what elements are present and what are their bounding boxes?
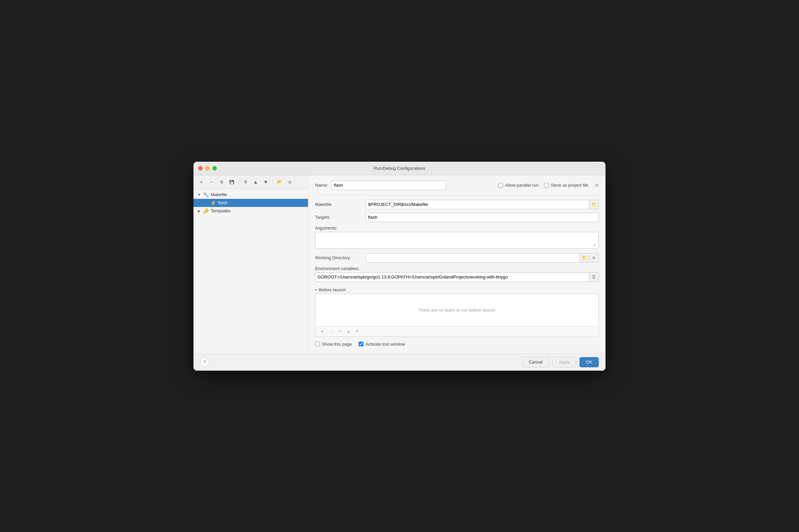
allow-parallel-group[interactable]: Allow parallel run xyxy=(499,183,539,188)
name-group: Name: xyxy=(315,180,446,190)
makefile-expand-icon: ▼ xyxy=(197,193,202,196)
env-vars-input[interactable] xyxy=(315,272,589,282)
targets-label: Targets xyxy=(315,215,363,220)
dialog-body: + − ⧉ 💾 ⚙ ▲ ▼ 📂 ≎ ▼ 🔧 Makefile xyxy=(193,175,606,354)
tree-item-makefile[interactable]: ▼ 🔧 Makefile xyxy=(193,191,308,199)
templates-icon: 🔑 xyxy=(203,208,209,214)
title-bar: Run/Debug Configurations xyxy=(193,162,606,175)
makefile-label: Makefile xyxy=(211,192,227,197)
show-this-page-group[interactable]: Show this page xyxy=(315,342,352,347)
before-launch-empty-msg: There are no tasks to run before launch xyxy=(315,294,598,326)
save-config-button[interactable]: 💾 xyxy=(227,178,236,186)
dialog-title: Run/Debug Configurations xyxy=(373,166,425,171)
env-vars-edit-button[interactable]: ☰ xyxy=(589,272,599,282)
footer-left: ? xyxy=(200,358,209,366)
arguments-textarea[interactable] xyxy=(315,232,599,249)
bl-down-button[interactable]: ▼ xyxy=(353,328,361,335)
name-input[interactable] xyxy=(331,180,446,190)
makefile-input[interactable] xyxy=(366,200,589,209)
divider-1 xyxy=(315,195,599,195)
right-panel: Name: Allow parallel run Store as projec… xyxy=(308,175,606,354)
wrench-button[interactable]: ⚙ xyxy=(241,178,250,186)
flash-icon: ⚡ xyxy=(210,200,216,206)
move-into-button[interactable]: 📂 xyxy=(275,178,284,186)
before-launch-section: ▾ Before launch There are no tasks to ru… xyxy=(315,285,599,337)
move-down-button[interactable]: ▼ xyxy=(261,178,270,186)
footer-right: Cancel Apply OK xyxy=(522,357,599,367)
tree-item-templates[interactable]: ▶ 🔑 Templates xyxy=(193,207,308,215)
activate-tool-label: Activate tool window xyxy=(366,342,405,347)
close-button[interactable] xyxy=(198,166,203,170)
env-vars-section: Environment variables: ☰ xyxy=(315,266,599,282)
activate-tool-group[interactable]: Activate tool window xyxy=(359,342,405,347)
remove-config-button[interactable]: − xyxy=(207,178,216,186)
makefile-browse-button[interactable]: 📁 xyxy=(589,200,599,209)
tree-item-flash[interactable]: ⚡ flash xyxy=(193,199,308,207)
name-options-row: Name: Allow parallel run Store as projec… xyxy=(315,180,599,190)
bl-up-button[interactable]: ▲ xyxy=(345,328,353,335)
before-launch-label: Before launch xyxy=(319,287,346,292)
show-this-page-label: Show this page xyxy=(322,342,352,347)
allow-parallel-checkbox[interactable] xyxy=(499,183,503,188)
add-config-button[interactable]: + xyxy=(197,178,206,186)
makefile-icon: 🔧 xyxy=(203,192,209,197)
config-tree: ▼ 🔧 Makefile ⚡ flash ▶ 🔑 Templates xyxy=(193,189,308,354)
makefile-input-group: 📁 xyxy=(366,200,599,209)
toolbar-separator-1 xyxy=(238,179,239,185)
sort-button[interactable]: ≎ xyxy=(285,178,294,186)
bl-edit-button[interactable]: ✏ xyxy=(336,328,344,335)
templates-expand-icon: ▶ xyxy=(197,209,202,213)
env-vars-label: Environment variables: xyxy=(315,266,599,271)
working-dir-input[interactable] xyxy=(366,253,580,263)
apply-button[interactable]: Apply xyxy=(553,357,576,367)
store-as-project-checkbox[interactable] xyxy=(544,183,549,188)
window-controls xyxy=(198,166,217,170)
cancel-button[interactable]: Cancel xyxy=(522,357,549,367)
left-toolbar: + − ⧉ 💾 ⚙ ▲ ▼ 📂 ≎ xyxy=(193,175,308,189)
name-label: Name: xyxy=(315,183,328,188)
arguments-section: Arguments: ⤢ xyxy=(315,226,599,250)
before-launch-toggle-icon: ▾ xyxy=(315,288,317,292)
targets-row: Targets xyxy=(315,213,599,222)
store-as-project-label: Store as project file xyxy=(551,183,588,188)
show-this-page-checkbox[interactable] xyxy=(315,342,320,346)
arguments-expand-button[interactable]: ⤢ xyxy=(591,242,597,248)
toolbar-separator-2 xyxy=(273,179,273,185)
options-group: Allow parallel run Store as project file… xyxy=(499,183,599,188)
run-debug-dialog: Run/Debug Configurations + − ⧉ 💾 ⚙ ▲ ▼ 📂… xyxy=(193,162,606,370)
env-vars-input-row: ☰ xyxy=(315,272,599,282)
store-as-project-group[interactable]: Store as project file xyxy=(544,183,588,188)
working-dir-label: Working Directory xyxy=(315,255,363,260)
help-button[interactable]: ? xyxy=(200,358,209,366)
arguments-label: Arguments: xyxy=(315,226,599,231)
working-dir-browse-button[interactable]: 📁 xyxy=(580,253,589,263)
move-up-button[interactable]: ▲ xyxy=(251,178,260,186)
activate-tool-checkbox[interactable] xyxy=(359,342,364,346)
targets-input[interactable] xyxy=(366,213,599,222)
working-dir-macro-button[interactable]: ≡ xyxy=(589,253,599,263)
working-dir-row: Working Directory 📁 ≡ xyxy=(315,253,599,263)
store-gear-icon: ⚙ xyxy=(595,183,599,188)
minimize-button[interactable] xyxy=(205,166,210,170)
left-panel: + − ⧉ 💾 ⚙ ▲ ▼ 📂 ≎ ▼ 🔧 Makefile xyxy=(193,175,308,354)
ok-button[interactable]: OK xyxy=(579,357,599,367)
dialog-footer: ? Cancel Apply OK xyxy=(193,354,606,370)
working-dir-input-group: 📁 ≡ xyxy=(366,253,599,263)
templates-label: Templates xyxy=(211,208,231,213)
copy-config-button[interactable]: ⧉ xyxy=(217,178,226,186)
makefile-label: Makefile xyxy=(315,202,363,207)
bottom-checks: Show this page Activate tool window xyxy=(315,340,599,348)
arguments-input-area: ⤢ xyxy=(315,232,599,250)
before-launch-panel: There are no tasks to run before launch … xyxy=(315,294,599,337)
flash-label: flash xyxy=(218,200,227,205)
bl-remove-button[interactable]: − xyxy=(327,328,335,335)
allow-parallel-label: Allow parallel run xyxy=(505,183,539,188)
maximize-button[interactable] xyxy=(212,166,217,170)
bl-add-button[interactable]: + xyxy=(318,328,326,335)
before-launch-toolbar: + − ✏ ▲ ▼ xyxy=(315,326,598,337)
makefile-row: Makefile 📁 xyxy=(315,200,599,209)
before-launch-header[interactable]: ▾ Before launch xyxy=(315,285,599,294)
